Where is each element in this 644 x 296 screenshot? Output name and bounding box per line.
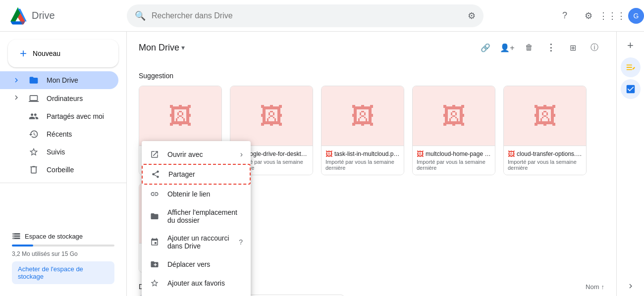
storage-bar-fill — [12, 245, 33, 247]
add-people-button[interactable]: 👤+ — [497, 38, 517, 57]
file-name-2: task-list-in-multcloud.png — [334, 150, 400, 157]
new-icon: + — [20, 48, 27, 59]
file-thumbnail-4: 🖼 — [504, 86, 586, 146]
breadcrumb-title-text: Mon Drive — [139, 43, 179, 53]
right-panel-expand-button[interactable] — [626, 282, 635, 292]
file-name-1: google-drive-for-desktop.png — [243, 150, 309, 157]
recents-icon — [29, 129, 39, 139]
more-options-button[interactable]: ⋮ — [541, 38, 561, 57]
settings-button[interactable]: ⚙ — [579, 6, 598, 26]
delete-button[interactable]: 🗑 — [519, 38, 539, 57]
storage-bar — [12, 245, 114, 247]
grid-view-button[interactable]: ⊞ — [563, 38, 583, 57]
share-breadcrumb-button[interactable]: 🔗 — [476, 38, 495, 57]
file-info-3: 🖼 multcloud-home-page (1).png Importé pa… — [413, 146, 495, 175]
ouvrir-avec-icon — [150, 150, 160, 159]
image-placeholder-icon-3: 🖼 — [442, 102, 466, 130]
menu-item-favoris[interactable]: Ajouter aux favoris — [142, 274, 251, 293]
menu-label-ouvrir-avec: Ouvrir avec — [167, 150, 232, 158]
search-icon: 🔍 — [135, 10, 146, 21]
file-type-icon-2: 🖼 — [325, 150, 332, 158]
storage-section: Espace de stockage 3,2 Mo utilisés sur 1… — [0, 224, 126, 292]
right-panel-tasks-button[interactable] — [621, 79, 641, 99]
menu-label-deplacer: Déplacer vers — [167, 260, 243, 268]
file-thumbnail-2: 🖼 — [322, 86, 404, 146]
menu-item-obtenir-lien[interactable]: Obtenir le lien — [142, 185, 251, 203]
sidebar-item-label-partages: Partagés avec moi — [47, 112, 104, 120]
corbeille-icon — [29, 165, 39, 175]
raccourci-help-icon: ? — [239, 238, 243, 246]
image-placeholder-icon-2: 🖼 — [351, 102, 375, 130]
file-card-4[interactable]: 🖼 🖼 cloud-transfer-options.png Importé p… — [503, 86, 587, 175]
ouvrir-avec-arrow-icon: › — [240, 150, 243, 159]
ordinateurs-icon — [29, 94, 39, 103]
tasks-icon — [625, 84, 636, 95]
menu-item-raccourci[interactable]: Ajouter un raccourci dans Drive ? — [142, 229, 251, 255]
new-button-label: Nouveau — [33, 49, 60, 57]
menu-label-afficher-emplacement: Afficher l'emplacement du dossier — [167, 208, 243, 224]
breadcrumb-actions: 🔗 👤+ 🗑 ⋮ ⊞ ⓘ — [476, 38, 604, 57]
storage-used-text: 3,2 Mo utilisés sur 15 Go — [12, 250, 114, 257]
sidebar-item-recents[interactable]: Récents — [0, 125, 118, 143]
help-button[interactable]: ? — [555, 6, 575, 26]
upgrade-link[interactable]: Acheter de l'espace de stockage — [12, 261, 114, 284]
right-panel-add-button[interactable]: + — [621, 36, 641, 55]
search-input[interactable] — [152, 11, 462, 20]
info-button[interactable]: ⓘ — [585, 38, 604, 57]
sidebar-item-partages[interactable]: Partagés avec moi — [0, 107, 118, 125]
breadcrumb-title[interactable]: Mon Drive ▾ — [139, 43, 185, 53]
file-type-icon-4: 🖼 — [508, 150, 515, 158]
menu-item-ouvrir-avec[interactable]: Ouvrir avec › — [142, 145, 251, 164]
deplacer-icon — [150, 260, 160, 269]
sort-label-text: Nom — [586, 283, 599, 291]
sidebar-divider — [0, 183, 126, 183]
sidebar-item-label-mon-drive: Mon Drive — [47, 76, 78, 84]
sidebar-item-mon-drive[interactable]: Mon Drive — [0, 71, 118, 89]
ordinateurs-expand — [12, 93, 21, 103]
sidebar-expand-icon — [12, 76, 21, 85]
storage-icon — [12, 232, 21, 241]
afficher-emplacement-icon — [150, 212, 160, 221]
google-drive-logo-icon — [8, 6, 28, 26]
file-info-2: 🖼 task-list-in-multcloud.png Importé par… — [322, 146, 404, 175]
apps-button[interactable]: ⋮⋮⋮ — [602, 6, 622, 26]
menu-label-obtenir-lien: Obtenir le lien — [167, 190, 243, 198]
menu-label-raccourci: Ajouter un raccourci dans Drive — [167, 234, 231, 250]
filter-icon[interactable]: ⚙ — [468, 10, 476, 21]
file-thumbnail-3: 🖼 — [413, 86, 495, 146]
right-panel-notes-button[interactable] — [621, 57, 641, 77]
file-card-3[interactable]: 🖼 🖼 multcloud-home-page (1).png Importé … — [412, 86, 495, 175]
sidebar-item-ordinateurs[interactable]: Ordinateurs — [0, 89, 118, 107]
app-title: Drive — [32, 10, 55, 21]
obtenir-lien-icon — [150, 190, 160, 198]
header-actions: ? ⚙ ⋮⋮⋮ G — [555, 6, 644, 26]
breadcrumb-bar: Mon Drive ▾ 🔗 👤+ 🗑 ⋮ ⊞ ⓘ — [127, 32, 616, 64]
file-card-2[interactable]: 🖼 🖼 task-list-in-multcloud.png Importé p… — [321, 86, 404, 175]
file-meta-3: Importé par vous la semaine dernière — [417, 159, 491, 171]
context-menu[interactable]: Ouvrir avec › Partager Obtenir le lien A… — [142, 141, 251, 296]
menu-item-afficher-emplacement[interactable]: Afficher l'emplacement du dossier — [142, 203, 251, 229]
logo-area: Drive — [0, 6, 127, 26]
sidebar-item-suivis[interactable]: Suivis — [0, 143, 118, 161]
menu-item-partager[interactable]: Partager — [142, 164, 251, 185]
menu-label-partager: Partager — [168, 170, 242, 178]
new-button[interactable]: + Nouveau — [8, 40, 118, 67]
raccourci-icon — [150, 238, 160, 247]
image-placeholder-icon-0: 🖼 — [168, 102, 192, 130]
image-placeholder-icon-1: 🖼 — [260, 102, 283, 130]
sort-icon: ↑ — [601, 283, 605, 291]
sidebar-item-corbeille[interactable]: Corbeille — [0, 161, 118, 179]
expand-arrow-icon — [626, 282, 635, 291]
breadcrumb-chevron-icon: ▾ — [181, 44, 185, 51]
suggestion-label: Suggestion — [139, 72, 604, 80]
avatar[interactable]: G — [628, 8, 644, 24]
sort-button[interactable]: Nom ↑ — [586, 283, 604, 291]
file-name-3: multcloud-home-page (1).png — [426, 150, 491, 157]
menu-item-renommer[interactable]: Renommer — [142, 293, 251, 296]
file-thumbnail-1: 🖼 — [230, 86, 313, 146]
menu-item-deplacer[interactable]: Déplacer vers — [142, 255, 251, 274]
sidebar-item-label-suivis: Suivis — [47, 148, 65, 156]
mon-drive-icon — [29, 75, 39, 85]
search-bar[interactable]: 🔍 ⚙ — [127, 4, 483, 27]
file-thumbnail-0: 🖼 — [139, 86, 221, 146]
